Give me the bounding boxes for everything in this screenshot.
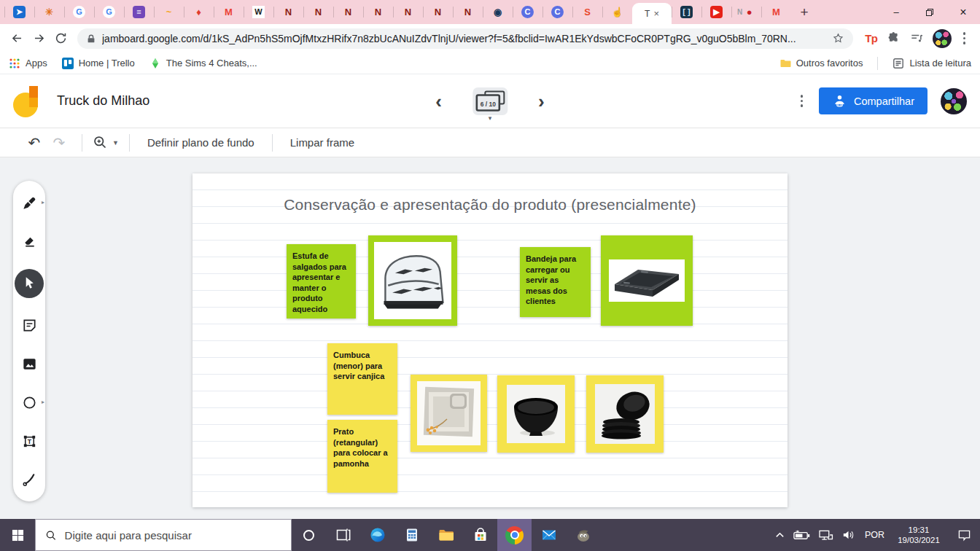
address-bar[interactable]: jamboard.google.com/d/1kS_AdPn5hS5mOjfMt… — [77, 28, 853, 49]
red-logo-tab-5[interactable]: N — [393, 0, 423, 24]
back-button[interactable] — [6, 28, 28, 50]
bookmark-sims-bookmark[interactable]: The Sims 4 Cheats,... — [149, 58, 257, 69]
task-view-button[interactable] — [326, 519, 360, 551]
sticky-note-bandeja[interactable]: Bandeja para carregar ou servir as mesas… — [520, 247, 591, 317]
action-center-button[interactable] — [957, 529, 971, 542]
red-logo-tab-1[interactable]: N — [273, 0, 303, 24]
minimize-button[interactable]: – — [879, 0, 913, 24]
clock[interactable]: 19:31 19/03/2021 — [894, 525, 944, 546]
c-blue-tab-1[interactable]: C — [513, 0, 542, 24]
dark-badge-tab[interactable]: ◉ — [483, 0, 513, 24]
account-avatar[interactable] — [941, 88, 967, 114]
undo-button[interactable]: ↶ — [22, 132, 47, 154]
sticky-note-cumbuca[interactable]: Cumbuca (menor) para servir canjica — [327, 343, 397, 415]
square-plates-photo[interactable] — [411, 375, 487, 452]
other-favorites[interactable]: Outros favoritos — [779, 58, 863, 69]
drop-tab[interactable]: ♦ — [184, 0, 214, 24]
url-text[interactable]: jamboard.google.com/d/1kS_AdPn5hS5mOjfMt… — [102, 33, 826, 44]
gmail-tab-1[interactable]: M — [214, 0, 244, 24]
wave-tab[interactable]: ~ — [154, 0, 184, 24]
taskbar-search-box[interactable] — [35, 519, 292, 551]
media-controls-icon[interactable] — [909, 31, 924, 46]
black-bowl-photo[interactable] — [497, 375, 575, 453]
bookmark-trello-bookmark[interactable]: Home | Trello — [62, 58, 135, 69]
tp-extension-icon[interactable]: Tp — [865, 32, 877, 44]
pen-tool[interactable]: ▸ — [18, 192, 40, 214]
previous-frame-button[interactable]: ‹ — [435, 92, 442, 111]
frame-title-text[interactable]: Conservação e apresentação do produto (p… — [192, 196, 788, 214]
new-tab-button[interactable]: + — [793, 1, 816, 23]
serving-tray-photo[interactable] — [601, 235, 693, 326]
zoom-caret-icon[interactable]: ▼ — [112, 139, 119, 146]
battery-status[interactable] — [793, 529, 810, 541]
share-button[interactable]: Compartilhar — [819, 87, 928, 114]
textbox-tool[interactable]: T — [18, 430, 40, 452]
red-logo-tab-4[interactable]: N — [363, 0, 393, 24]
forms-tab[interactable]: ≡ — [124, 0, 154, 24]
language-indicator[interactable]: POR — [863, 530, 886, 540]
jamboard-tab[interactable]: T× — [632, 3, 672, 24]
edge-button[interactable] — [360, 519, 394, 551]
browser-profile-avatar[interactable] — [933, 29, 952, 48]
store-button[interactable] — [463, 519, 497, 551]
send-tab[interactable]: ➤ — [4, 0, 34, 24]
brackets-tab[interactable]: [ ] — [672, 0, 701, 24]
restore-button[interactable] — [913, 0, 946, 24]
reading-list-icon — [892, 58, 904, 69]
google-tab-2[interactable]: G — [94, 0, 124, 24]
red-logo-tab-6[interactable]: N — [423, 0, 453, 24]
redo-button[interactable]: ↷ — [47, 132, 71, 154]
hidden-icons-chevron[interactable] — [774, 530, 785, 541]
frame-navigation: ‹ 6 / 10 ▾ › — [435, 87, 544, 115]
search-input[interactable] — [65, 529, 281, 542]
wikipedia-tab[interactable]: W — [244, 0, 273, 24]
calculator-button[interactable] — [394, 519, 429, 551]
image-tool[interactable] — [18, 353, 40, 375]
sticky-note-tool[interactable] — [18, 315, 40, 337]
extensions-puzzle-icon[interactable] — [887, 31, 901, 45]
set-background-button[interactable]: Definir plano de fundo — [140, 136, 262, 149]
chrome-button[interactable] — [497, 519, 532, 551]
cortana-button[interactable] — [292, 519, 326, 551]
jamboard-menu-icon[interactable] — [798, 92, 806, 110]
gmail-tab-2[interactable]: M — [761, 0, 791, 24]
s-tab[interactable]: S — [572, 0, 602, 24]
frame-indicator-button[interactable]: 6 / 10 ▾ — [472, 87, 508, 115]
shape-tool[interactable]: ▸ — [18, 391, 40, 413]
red-logo-tab-7[interactable]: N — [453, 0, 483, 24]
zoom-button[interactable]: ▼ — [93, 135, 119, 150]
record-tab[interactable]: N● — [731, 0, 761, 24]
stacked-bowls-photo[interactable] — [586, 375, 664, 453]
bookmark-apps-shortcut[interactable]: Apps — [9, 58, 47, 69]
forward-button[interactable] — [28, 28, 50, 50]
select-tool[interactable] — [15, 269, 44, 298]
close-tab-icon[interactable]: × — [653, 8, 659, 19]
google-tab-1[interactable]: G — [64, 0, 94, 24]
refresh-button[interactable] — [50, 28, 71, 50]
start-button[interactable] — [0, 519, 35, 551]
gear-tab[interactable]: ✳ — [34, 0, 64, 24]
sticky-note-prato[interactable]: Prato (retangular) para colocar a pamonh… — [327, 420, 397, 493]
mail-button[interactable] — [532, 519, 566, 551]
close-window-button[interactable]: × — [946, 0, 980, 24]
clear-frame-button[interactable]: Limpar frame — [283, 136, 362, 149]
sticky-note-estufa[interactable]: Estufa de salgados para apresentar e man… — [287, 244, 356, 319]
food-warmer-photo[interactable] — [368, 235, 457, 326]
file-explorer-button[interactable] — [429, 519, 463, 551]
volume-control[interactable] — [841, 529, 855, 541]
youtube-tab[interactable]: ▶ — [701, 0, 731, 24]
jam-frame-canvas[interactable]: Conservação e apresentação do produto (p… — [192, 173, 788, 507]
red-logo-tab-2[interactable]: N — [303, 0, 333, 24]
eraser-tool[interactable] — [18, 230, 40, 252]
c-blue-tab-2[interactable]: C — [542, 0, 572, 24]
gimp-button[interactable] — [566, 519, 600, 551]
reading-list[interactable]: Lista de leitura — [892, 58, 971, 69]
laser-tool[interactable] — [18, 469, 40, 491]
next-frame-button[interactable]: › — [538, 92, 545, 111]
hand-tab[interactable]: ☝ — [602, 0, 632, 24]
network-status[interactable] — [818, 529, 833, 541]
red-logo-tab-3[interactable]: N — [333, 0, 363, 24]
bookmark-star-icon[interactable] — [832, 32, 844, 44]
document-title[interactable]: Truck do Milhao — [57, 93, 149, 109]
browser-menu-icon[interactable] — [960, 29, 969, 47]
